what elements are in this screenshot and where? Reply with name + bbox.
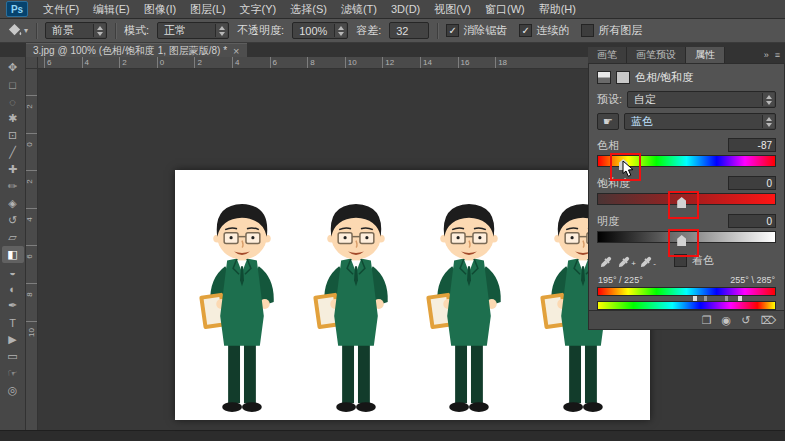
panel-menu-icon[interactable]: ≡ (775, 50, 780, 60)
menu-view[interactable]: 视图(V) (427, 0, 478, 18)
clip-to-layer-icon[interactable]: ❐ (702, 314, 712, 327)
targeted-adjustment-icon[interactable]: ☛ (597, 113, 619, 130)
cartoon-figure (197, 197, 287, 417)
brush-tool[interactable]: ✏ (2, 178, 24, 195)
saturation-slider-thumb[interactable] (677, 197, 686, 208)
menu-help[interactable]: 帮助(H) (532, 0, 583, 18)
pen-tool[interactable]: ✒ (2, 297, 24, 314)
saturation-value-field[interactable]: 0 (728, 176, 776, 190)
type-tool[interactable]: T (2, 314, 24, 331)
rectangle-tool[interactable]: ▭ (2, 348, 24, 365)
tool-icon: □ (9, 79, 16, 91)
menu-type[interactable]: 文字(Y) (233, 0, 284, 18)
opacity-field[interactable]: 100% (292, 22, 348, 39)
range-handle[interactable] (738, 296, 742, 301)
saturation-slider[interactable] (597, 193, 776, 205)
menu-edit[interactable]: 编辑(E) (86, 0, 137, 18)
lasso-tool[interactable]: ◌ (2, 93, 24, 110)
ruler-number: 4 (26, 217, 34, 221)
tool-preset-picker[interactable]: ▾ (7, 23, 28, 38)
menu-filter[interactable]: 滤镜(T) (334, 0, 384, 18)
ruler-number: 6 (26, 255, 34, 259)
collapse-panel-icon[interactable]: » (764, 50, 769, 60)
tab-brush-presets[interactable]: 画笔预设 (627, 47, 686, 63)
eyedropper-tool[interactable]: ╱ (2, 144, 24, 161)
tool-icon: ▶ (8, 333, 16, 346)
history-brush-tool[interactable]: ↺ (2, 212, 24, 229)
separator (437, 23, 438, 39)
blur-tool[interactable]: ◒ (2, 263, 24, 280)
ruler-number: 8 (310, 58, 314, 67)
hue-range-spectrum[interactable] (597, 287, 776, 310)
range-handle[interactable] (725, 296, 728, 301)
document-tab[interactable]: 3.jpg @ 100% (色相/饱和度 1, 图层蒙版/8) * × (26, 43, 247, 58)
menu-layer[interactable]: 图层(L) (183, 0, 232, 18)
channel-dropdown[interactable]: 蓝色 (624, 113, 776, 130)
crop-tool[interactable]: ⊡ (2, 127, 24, 144)
paint-bucket-tool[interactable]: ◧ (2, 246, 24, 263)
healing-brush-tool[interactable]: ✚ (2, 161, 24, 178)
tool-icon: ◐ (9, 283, 16, 295)
ruler-number: 2 (26, 104, 34, 108)
eyedropper-glyph (618, 256, 630, 268)
menu-select[interactable]: 选择(S) (283, 0, 334, 18)
hue-slider[interactable] (597, 155, 776, 167)
path-selection-tool[interactable]: ▶ (2, 331, 24, 348)
menu-window[interactable]: 窗口(W) (478, 0, 532, 18)
reset-icon[interactable]: ↺ (741, 314, 750, 327)
close-tab-icon[interactable]: × (233, 46, 239, 56)
menu-file[interactable]: 文件(F) (36, 0, 86, 18)
ruler-number: 10 (27, 328, 36, 337)
tool-icon: ✥ (8, 61, 17, 74)
quick-selection-tool[interactable]: ✱ (2, 110, 24, 127)
range-handle[interactable] (693, 296, 697, 301)
spinner-arrows-icon (762, 93, 774, 106)
fill-source-dropdown[interactable]: 前景 (45, 22, 107, 39)
visibility-icon[interactable]: ◉ (722, 314, 732, 327)
delete-icon[interactable]: ⌦ (760, 314, 776, 327)
tool-icon: ✚ (8, 163, 17, 176)
canvas-image[interactable] (175, 170, 650, 420)
status-bar (0, 430, 785, 441)
contiguous-checkbox[interactable]: ✓ 连续的 (519, 23, 569, 38)
menu-image[interactable]: 图像(I) (137, 0, 183, 18)
cursor-pointer (622, 161, 634, 178)
all-layers-checkbox[interactable]: ✓ 所有图层 (581, 23, 642, 38)
lightness-slider-thumb[interactable] (677, 235, 686, 246)
tool-icon: ◧ (7, 248, 17, 261)
colorize-checkbox[interactable]: 着色 (674, 253, 714, 268)
clone-stamp-tool[interactable]: ◈ (2, 195, 24, 212)
ruler-tick: 10 (345, 57, 383, 68)
move-tool[interactable]: ✥ (2, 59, 24, 76)
ruler-number: 2 (122, 58, 126, 67)
tab-properties[interactable]: 属性 (686, 47, 725, 63)
tools-panel: ✥ □ ◌ ✱ ⊡ ╱ ✚ (0, 57, 26, 430)
eyedropper-subtract-icon[interactable]: - (639, 253, 657, 268)
cartoon-figure (311, 197, 401, 417)
range-handle[interactable] (704, 296, 707, 301)
lightness-slider[interactable] (597, 231, 776, 243)
vertical-ruler[interactable]: 20246810 (26, 69, 38, 430)
dodge-tool[interactable]: ◐ (2, 280, 24, 297)
tolerance-field[interactable]: 32 (389, 22, 429, 39)
hue-value-field[interactable]: -87 (728, 138, 776, 152)
ruler-tick: 6 (270, 57, 308, 68)
hand-tool[interactable]: ☞ (2, 365, 24, 382)
ruler-tick: 16 (458, 57, 496, 68)
menu-3d[interactable]: 3D(D) (384, 0, 427, 18)
preset-dropdown[interactable]: 自定 (627, 91, 776, 108)
anti-alias-checkbox[interactable]: ✓ 消除锯齿 (446, 23, 507, 38)
tab-brush[interactable]: 画笔 (588, 47, 627, 63)
ruler-tick: 2 (194, 57, 232, 68)
layer-mask-icon[interactable] (616, 71, 630, 84)
photoshop-logo[interactable]: Ps (6, 1, 28, 17)
lightness-value-field[interactable]: 0 (728, 214, 776, 228)
zoom-tool[interactable]: ◎ (2, 382, 24, 399)
ruler-tick: 12 (382, 57, 420, 68)
marquee-tool[interactable]: □ (2, 76, 24, 93)
mode-dropdown[interactable]: 正常 (157, 22, 229, 39)
checkbox-icon: ✓ (581, 24, 594, 37)
eyedropper-sample-icon[interactable] (597, 253, 615, 268)
eraser-tool[interactable]: ▱ (2, 229, 24, 246)
eyedropper-add-icon[interactable]: + (618, 253, 636, 268)
